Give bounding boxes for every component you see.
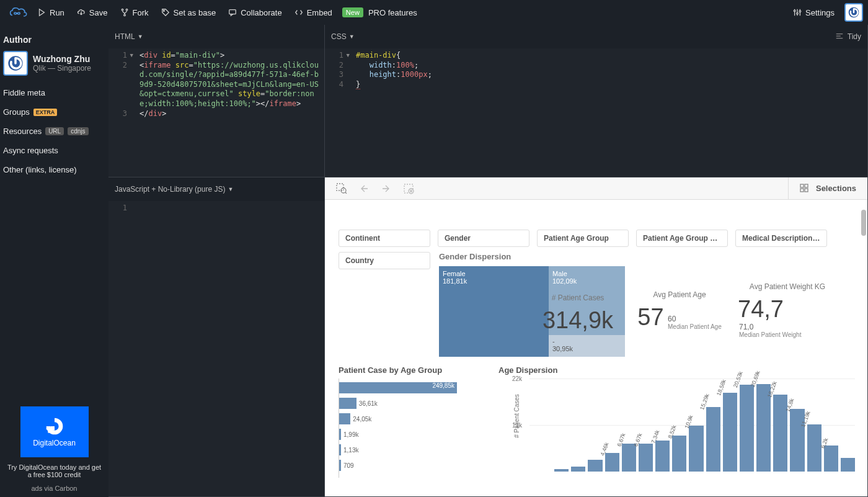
clear-selection-icon[interactable] bbox=[403, 183, 414, 194]
css-pane: CSS ▼ Tidy 1▼ 2 3 4 #main-div{ width:100… bbox=[325, 25, 868, 177]
sidebar-item-meta[interactable]: Fiddle meta bbox=[3, 83, 105, 102]
sidebar-item-other[interactable]: Other (links, license) bbox=[3, 160, 105, 179]
author-name: Wuzhong Zhu bbox=[33, 54, 91, 64]
sidebar-item-resources[interactable]: ResourcesURLcdnjs bbox=[3, 122, 105, 141]
svg-rect-4 bbox=[229, 10, 236, 14]
sliders-icon bbox=[793, 8, 802, 17]
gravatar-icon bbox=[848, 6, 860, 19]
filter-gender[interactable]: Gender bbox=[438, 230, 529, 247]
collaborate-button[interactable]: Collaborate bbox=[222, 0, 288, 25]
hbar-chart[interactable]: 249,85k36,61k24,05k1,99k1,13k709 bbox=[339, 378, 481, 478]
jsfiddle-logo[interactable] bbox=[5, 5, 31, 20]
selections-button[interactable]: Selections bbox=[788, 177, 867, 199]
svg-point-3 bbox=[163, 11, 164, 12]
save-button[interactable]: Save bbox=[71, 0, 114, 25]
setasbase-label: Set as base bbox=[174, 8, 216, 17]
svg-rect-10 bbox=[50, 426, 55, 431]
html-pane-header[interactable]: HTML ▼ bbox=[108, 25, 324, 48]
svg-point-1 bbox=[126, 9, 128, 11]
vbar[interactable]: 6,67k bbox=[639, 444, 653, 472]
settings-label: Settings bbox=[805, 8, 835, 17]
vbar[interactable]: 15,29k bbox=[706, 407, 720, 472]
digitalocean-icon bbox=[45, 416, 64, 436]
gravatar-icon bbox=[7, 55, 24, 72]
filter-country[interactable]: Country bbox=[339, 252, 430, 269]
pro-features-link[interactable]: PRO features bbox=[368, 8, 417, 17]
vbar[interactable]: 6,67k bbox=[622, 444, 636, 472]
ad-via: ads via Carbon bbox=[5, 485, 104, 492]
fork-icon bbox=[120, 8, 129, 17]
vbar[interactable]: 4,46k bbox=[605, 453, 619, 472]
svg-rect-18 bbox=[805, 184, 808, 187]
main-layout: Author Wuzhong Zhu Qlik — Singapore Fidd… bbox=[0, 25, 868, 497]
filter-age-group-desc[interactable]: Patient Age Group Desc bbox=[636, 230, 728, 247]
ad-image: DigitalOcean bbox=[20, 406, 89, 457]
hbar-row[interactable]: 36,61k bbox=[339, 396, 481, 410]
code-icon bbox=[294, 8, 303, 17]
hbar-row[interactable]: 249,85k bbox=[339, 381, 481, 395]
hbar-row[interactable]: 1,99k bbox=[339, 428, 481, 441]
html-pane: HTML ▼ 1▼ 2 3 <div id="main-div"> <ifram… bbox=[108, 25, 325, 177]
html-editor[interactable]: 1▼ 2 3 <div id="main-div"> <iframe src="… bbox=[108, 48, 324, 177]
html-pane-label: HTML bbox=[115, 32, 135, 41]
hbar-row[interactable]: 709 bbox=[339, 459, 481, 472]
svg-rect-19 bbox=[800, 189, 804, 192]
sidebar-item-groups[interactable]: GroupsEXTRA bbox=[3, 102, 105, 122]
author-avatar bbox=[3, 51, 28, 76]
embed-button[interactable]: Embed bbox=[288, 0, 339, 25]
result-scrollbar[interactable] bbox=[861, 210, 866, 496]
result-pane: Selections Continent Gender Patient Age … bbox=[325, 177, 868, 497]
kpi-cases-label: # Patient Cases bbox=[552, 293, 604, 302]
hbar-row[interactable]: 1,13k bbox=[339, 443, 481, 457]
kpi-cases-value: 314,9k bbox=[542, 307, 613, 334]
chat-icon bbox=[228, 8, 237, 17]
kpi-age-label: Avg Patient Age bbox=[653, 290, 706, 299]
css-editor[interactable]: 1▼ 2 3 4 #main-div{ width:100%; height:1… bbox=[325, 48, 867, 177]
step-back-icon[interactable] bbox=[358, 183, 370, 194]
vbar[interactable]: 20,53k bbox=[740, 385, 754, 472]
vbar[interactable] bbox=[588, 460, 602, 472]
settings-button[interactable]: Settings bbox=[787, 8, 841, 17]
new-badge: New bbox=[342, 7, 363, 17]
play-icon bbox=[37, 8, 46, 17]
vbar[interactable]: 11,19k bbox=[807, 424, 822, 472]
ad-box[interactable]: DigitalOcean Try DigitalOcean today and … bbox=[0, 401, 108, 497]
chevron-down-icon: ▼ bbox=[228, 186, 233, 192]
kpi-weight-label: Avg Patient Weight KG bbox=[750, 282, 825, 291]
tag-icon bbox=[161, 8, 170, 17]
vbar[interactable]: 18,58k bbox=[723, 393, 737, 472]
vbar[interactable] bbox=[841, 458, 855, 472]
filter-age-group[interactable]: Patient Age Group bbox=[537, 230, 629, 247]
author-box[interactable]: Wuzhong Zhu Qlik — Singapore bbox=[3, 51, 105, 76]
ad-text: Try DigitalOcean today and get a free $1… bbox=[5, 463, 104, 478]
tidy-button[interactable]: Tidy bbox=[848, 32, 861, 41]
url-badge: URL bbox=[45, 127, 64, 135]
filter-continent[interactable]: Continent bbox=[339, 230, 430, 247]
svg-point-0 bbox=[122, 9, 123, 11]
fork-button[interactable]: Fork bbox=[114, 0, 155, 25]
css-pane-header[interactable]: CSS ▼ Tidy bbox=[325, 25, 867, 48]
vbar[interactable] bbox=[571, 467, 585, 472]
user-avatar[interactable] bbox=[844, 3, 863, 22]
result-body: Continent Gender Patient Age Group Patie… bbox=[325, 200, 867, 496]
svg-rect-11 bbox=[48, 431, 50, 433]
kpi-age-value: 57 bbox=[637, 304, 663, 331]
step-forward-icon[interactable] bbox=[381, 183, 392, 194]
collaborate-label: Collaborate bbox=[241, 8, 282, 17]
treemap-female[interactable]: Female181,81k bbox=[439, 266, 549, 357]
run-button[interactable]: Run bbox=[31, 0, 71, 25]
vbar[interactable]: 8,52k bbox=[672, 436, 686, 472]
search-selection-icon[interactable] bbox=[336, 183, 347, 194]
vbar-chart[interactable]: # Patient Cases 22k 11k 4,46k6,67k6,67k7… bbox=[498, 378, 855, 484]
js-editor[interactable]: 1 bbox=[108, 201, 324, 496]
filter-medical-desc[interactable]: Medical Description Reac... bbox=[735, 230, 827, 247]
extra-badge: EXTRA bbox=[33, 109, 58, 116]
vbar[interactable]: 7,34k bbox=[655, 441, 670, 472]
hbar-row[interactable]: 24,05k bbox=[339, 412, 481, 426]
vbar[interactable]: 10,9k bbox=[689, 426, 703, 472]
sidebar-item-async[interactable]: Async requests bbox=[3, 141, 105, 160]
setasbase-button[interactable]: Set as base bbox=[155, 0, 223, 25]
js-pane-header[interactable]: JavaScript + No-Library (pure JS) ▼ bbox=[108, 177, 324, 201]
vbar[interactable] bbox=[554, 469, 569, 472]
vbar[interactable]: 6,2k bbox=[824, 446, 838, 472]
